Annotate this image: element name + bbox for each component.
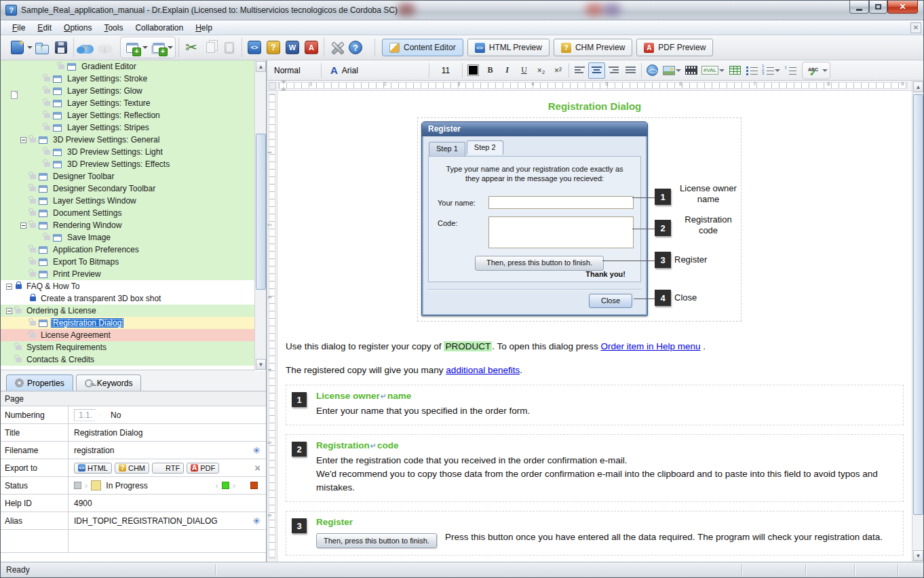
document-page[interactable]: Registration Dialog Register Step 1 Step… <box>277 91 912 562</box>
menu-edit[interactable]: Edit <box>31 22 58 34</box>
tab-selector[interactable] <box>269 82 276 90</box>
helpid-value[interactable]: 4900 <box>69 495 266 512</box>
tab-html-preview[interactable]: HTML Preview <box>467 39 550 56</box>
paste-button[interactable] <box>220 38 239 57</box>
tree-item-application-preferences[interactable]: Application Preferences <box>1 244 254 256</box>
tab-chm-preview[interactable]: CHM Preview <box>554 39 632 56</box>
new-project-dropdown-icon[interactable] <box>27 46 33 49</box>
bullet-list-button[interactable] <box>744 62 761 79</box>
tree-item-create-a-transparent-3d-box-shot[interactable]: Create a transparent 3D box shot <box>1 292 254 305</box>
font-size-combo[interactable]: 11 <box>431 62 460 79</box>
insert-table-button[interactable] <box>727 62 744 79</box>
italic-button[interactable] <box>499 62 516 79</box>
maximize-button[interactable] <box>869 1 887 14</box>
status-blocked-swatch[interactable] <box>250 482 258 489</box>
export-chm-button[interactable] <box>264 38 283 57</box>
export-pdf-toggle[interactable]: PDF <box>187 463 219 474</box>
tree-item-document-settings[interactable]: Document Settings <box>1 207 254 219</box>
menu-help[interactable]: Help <box>189 22 218 34</box>
title-value[interactable]: Registration Dialog <box>69 424 266 441</box>
tree-item-layer-settings-reflection[interactable]: Layer Settings: Reflection <box>1 109 254 121</box>
tree-item-registration-dialog[interactable]: Registration Dialog <box>1 317 254 329</box>
control-section-3[interactable]: 3RegisterThen, press this button to fini… <box>286 511 904 556</box>
editor-scrollbar[interactable]: ▲ ▼ <box>912 81 923 562</box>
insert-image-button[interactable] <box>661 62 682 79</box>
status-none-swatch[interactable] <box>74 482 81 489</box>
tree-item-license-agreement[interactable]: License Agreement <box>1 329 254 341</box>
tree-item-layer-settings-window[interactable]: Layer Settings Window <box>1 195 254 207</box>
tree-item-3d-preview-settings-light[interactable]: 3D Preview Settings: Light <box>1 146 254 158</box>
tree-item-system-requirements[interactable]: System Requirements <box>1 341 254 353</box>
settings-button[interactable] <box>327 38 346 57</box>
underline-button[interactable] <box>516 62 533 79</box>
export-pdf-button[interactable] <box>302 38 321 57</box>
control-section-2[interactable]: 2Registration↵codeEnter the registration… <box>286 434 904 502</box>
numbered-list-button[interactable] <box>761 62 782 79</box>
tree-scrollbar[interactable]: ▲ ▼ <box>254 60 266 370</box>
tab-pdf-preview[interactable]: PDF Preview <box>636 39 713 56</box>
tree-item-layer-settings-stroke[interactable]: Layer Settings: Stroke <box>1 73 254 85</box>
tab-keywords[interactable]: Keywords <box>76 374 142 391</box>
insert-variable-button[interactable] <box>699 62 727 79</box>
tree-item-layer-settings-glow[interactable]: Layer Settings: Glow <box>1 85 254 97</box>
tree-item-faq-how-to[interactable]: FAQ & How To <box>1 280 254 292</box>
export-html-button[interactable] <box>245 38 264 57</box>
justify-button[interactable] <box>622 62 639 79</box>
tree-item-print-preview[interactable]: Print Preview <box>1 268 254 280</box>
tree-item-3d-preview-settings-effects[interactable]: 3D Preview Settings: Effects <box>1 158 254 170</box>
paragraph[interactable]: The registered copy will give you many a… <box>286 365 912 375</box>
tree-item-layer-settings-stripes[interactable]: Layer Settings: Stripes <box>1 121 254 134</box>
numbering-format-badge[interactable]: 1.1. <box>74 409 101 421</box>
export-word-button[interactable] <box>283 38 302 57</box>
status-value[interactable]: In Progress <box>106 481 147 490</box>
topic-title[interactable]: Registration Dialog <box>277 100 912 112</box>
spellcheck-dropdown[interactable] <box>822 69 828 72</box>
tree-item-layer-settings-texture[interactable]: Layer Settings: Texture <box>1 97 254 109</box>
status-inprogress-swatch[interactable] <box>91 480 101 490</box>
save-button[interactable] <box>52 38 71 57</box>
superscript-button[interactable] <box>550 62 566 79</box>
editor-scrollbar-thumb[interactable] <box>913 94 923 515</box>
align-center-button[interactable] <box>588 62 605 79</box>
menu-tools[interactable]: Tools <box>98 22 129 34</box>
tree-scrollbar-thumb[interactable] <box>256 134 266 290</box>
font-color-button[interactable] <box>465 62 482 79</box>
filename-value[interactable]: registration <box>69 442 266 459</box>
paragraph[interactable]: Use this dialog to register your copy of… <box>286 341 912 351</box>
font-family-combo[interactable]: AArial <box>324 62 427 79</box>
tree-item-export-to-bitmaps[interactable]: Export To Bitmaps <box>1 256 254 268</box>
spellcheck-button[interactable] <box>805 62 822 79</box>
tree-item-rendering-window[interactable]: Rendering Window <box>1 219 254 231</box>
open-project-button[interactable] <box>33 38 52 57</box>
sync-upload-button[interactable] <box>77 38 96 57</box>
scroll-up-icon[interactable]: ▲ <box>256 61 266 72</box>
status-done-swatch[interactable] <box>222 482 229 489</box>
control-section-1[interactable]: 1License owner↵nameEnter your name that … <box>286 385 904 425</box>
align-left-button[interactable] <box>571 62 588 79</box>
menu-options[interactable]: Options <box>58 22 98 34</box>
tree-item-ordering-license[interactable]: Ordering & License <box>1 305 254 317</box>
add-subtopic-dropdown-icon[interactable] <box>168 46 173 49</box>
collapse-icon[interactable] <box>20 223 26 229</box>
paragraph-style-combo[interactable]: Normal <box>267 62 319 79</box>
subscript-button[interactable] <box>533 62 550 79</box>
tree-item-contacts-credits[interactable]: Contacts & Credits <box>1 353 254 366</box>
horizontal-ruler[interactable]: 123456789 <box>267 81 912 91</box>
scroll-up-icon[interactable]: ▲ <box>913 81 923 92</box>
add-subtopic-button[interactable] <box>148 38 167 57</box>
vertical-ruler[interactable]: 123456 <box>267 91 277 562</box>
collapse-icon[interactable] <box>6 308 12 314</box>
menu-collaboration[interactable]: Collaboration <box>129 22 189 34</box>
hyperlink-button[interactable] <box>644 62 661 79</box>
link-order-item[interactable]: Order item in Help menu <box>600 341 700 351</box>
collapse-icon[interactable] <box>20 137 26 143</box>
copy-button[interactable] <box>201 38 220 57</box>
indent-marker[interactable] <box>281 84 286 91</box>
annotated-screenshot-block[interactable]: Register Step 1 Step 2 Type your name an… <box>417 117 742 322</box>
tree-item-designer-toolbar[interactable]: Designer Toolbar <box>1 170 254 182</box>
tree-item-gradient-editor[interactable]: Gradient Editor <box>1 60 254 73</box>
help-button[interactable] <box>346 38 365 57</box>
link-additional-benefits[interactable]: additional benefits <box>446 365 520 375</box>
insert-video-button[interactable] <box>682 62 699 79</box>
tab-properties[interactable]: Properties <box>6 374 73 391</box>
